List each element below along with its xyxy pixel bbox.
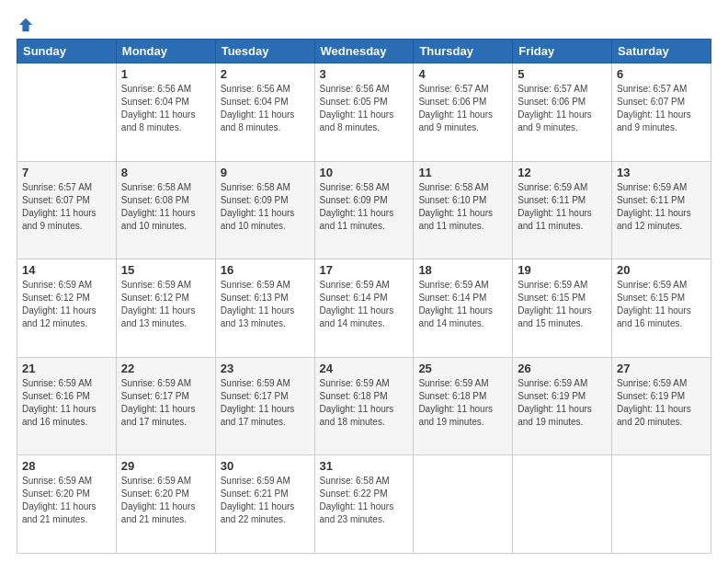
week-row-2: 14Sunrise: 6:59 AM Sunset: 6:12 PM Dayli…: [17, 259, 711, 358]
calendar-cell: [17, 63, 117, 162]
day-info: Sunrise: 6:59 AM Sunset: 6:17 PM Dayligh…: [221, 377, 310, 429]
day-info: Sunrise: 6:59 AM Sunset: 6:19 PM Dayligh…: [617, 377, 706, 429]
calendar-cell: 28Sunrise: 6:59 AM Sunset: 6:20 PM Dayli…: [17, 455, 117, 554]
day-info: Sunrise: 6:59 AM Sunset: 6:18 PM Dayligh…: [320, 377, 409, 429]
day-info: Sunrise: 6:58 AM Sunset: 6:22 PM Dayligh…: [320, 475, 409, 526]
col-header-monday: Monday: [116, 40, 215, 63]
calendar-cell: 24Sunrise: 6:59 AM Sunset: 6:18 PM Dayli…: [314, 357, 414, 455]
calendar-cell: 14Sunrise: 6:59 AM Sunset: 6:12 PM Dayli…: [17, 259, 117, 358]
day-info: Sunrise: 6:58 AM Sunset: 6:10 PM Dayligh…: [418, 181, 507, 233]
calendar-cell: 5Sunrise: 6:57 AM Sunset: 6:06 PM Daylig…: [513, 63, 612, 162]
day-info: Sunrise: 6:59 AM Sunset: 6:14 PM Dayligh…: [320, 279, 409, 330]
day-info: Sunrise: 6:59 AM Sunset: 6:17 PM Dayligh…: [121, 377, 210, 429]
day-info: Sunrise: 6:56 AM Sunset: 6:05 PM Dayligh…: [320, 83, 409, 134]
day-info: Sunrise: 6:59 AM Sunset: 6:14 PM Dayligh…: [418, 279, 507, 330]
day-number: 23: [221, 362, 310, 375]
day-info: Sunrise: 6:59 AM Sunset: 6:18 PM Dayligh…: [418, 377, 507, 429]
calendar-cell: 15Sunrise: 6:59 AM Sunset: 6:12 PM Dayli…: [116, 259, 215, 358]
calendar-cell: 27Sunrise: 6:59 AM Sunset: 6:19 PM Dayli…: [612, 357, 711, 455]
day-info: Sunrise: 6:58 AM Sunset: 6:08 PM Dayligh…: [121, 181, 210, 233]
day-info: Sunrise: 6:59 AM Sunset: 6:15 PM Dayligh…: [518, 279, 607, 330]
day-number: 9: [221, 166, 310, 179]
day-number: 11: [418, 166, 507, 179]
day-number: 28: [22, 459, 111, 473]
day-number: 19: [518, 263, 607, 277]
day-number: 7: [22, 166, 111, 179]
calendar-cell: [414, 455, 513, 554]
day-info: Sunrise: 6:59 AM Sunset: 6:20 PM Dayligh…: [121, 475, 210, 526]
logo-icon: [17, 17, 34, 33]
col-header-tuesday: Tuesday: [215, 40, 314, 63]
day-number: 17: [320, 263, 409, 277]
day-info: Sunrise: 6:59 AM Sunset: 6:13 PM Dayligh…: [221, 279, 310, 330]
day-number: 24: [320, 362, 409, 375]
calendar-cell: 7Sunrise: 6:57 AM Sunset: 6:07 PM Daylig…: [17, 161, 117, 259]
week-row-4: 28Sunrise: 6:59 AM Sunset: 6:20 PM Dayli…: [17, 455, 711, 554]
calendar-cell: 20Sunrise: 6:59 AM Sunset: 6:15 PM Dayli…: [612, 259, 711, 358]
day-number: 20: [617, 263, 706, 277]
day-number: 12: [518, 166, 607, 179]
day-info: Sunrise: 6:59 AM Sunset: 6:12 PM Dayligh…: [121, 279, 210, 330]
day-number: 13: [617, 166, 706, 179]
col-header-sunday: Sunday: [17, 40, 117, 63]
calendar-cell: 23Sunrise: 6:59 AM Sunset: 6:17 PM Dayli…: [215, 357, 314, 455]
calendar-cell: 17Sunrise: 6:59 AM Sunset: 6:14 PM Dayli…: [314, 259, 414, 358]
calendar-cell: 25Sunrise: 6:59 AM Sunset: 6:18 PM Dayli…: [414, 357, 513, 455]
day-number: 14: [22, 263, 111, 277]
day-number: 30: [221, 459, 310, 473]
day-number: 25: [418, 362, 507, 375]
calendar-cell: 19Sunrise: 6:59 AM Sunset: 6:15 PM Dayli…: [513, 259, 612, 358]
day-info: Sunrise: 6:57 AM Sunset: 6:07 PM Dayligh…: [22, 181, 111, 233]
day-number: 15: [121, 263, 210, 277]
day-number: 26: [518, 362, 607, 375]
calendar-cell: 16Sunrise: 6:59 AM Sunset: 6:13 PM Dayli…: [215, 259, 314, 358]
day-info: Sunrise: 6:59 AM Sunset: 6:16 PM Dayligh…: [22, 377, 111, 429]
day-number: 6: [617, 67, 706, 81]
calendar-cell: [612, 455, 711, 554]
col-header-friday: Friday: [513, 40, 612, 63]
calendar-cell: 1Sunrise: 6:56 AM Sunset: 6:04 PM Daylig…: [116, 63, 215, 162]
page: SundayMondayTuesdayWednesdayThursdayFrid…: [0, 0, 728, 563]
day-info: Sunrise: 6:59 AM Sunset: 6:21 PM Dayligh…: [221, 475, 310, 526]
day-info: Sunrise: 6:58 AM Sunset: 6:09 PM Dayligh…: [320, 181, 409, 233]
calendar-cell: 8Sunrise: 6:58 AM Sunset: 6:08 PM Daylig…: [116, 161, 215, 259]
calendar-cell: 3Sunrise: 6:56 AM Sunset: 6:05 PM Daylig…: [314, 63, 414, 162]
day-info: Sunrise: 6:57 AM Sunset: 6:06 PM Dayligh…: [518, 83, 607, 134]
day-number: 22: [121, 362, 210, 375]
calendar-cell: 30Sunrise: 6:59 AM Sunset: 6:21 PM Dayli…: [215, 455, 314, 554]
day-info: Sunrise: 6:59 AM Sunset: 6:11 PM Dayligh…: [518, 181, 607, 233]
calendar-cell: 29Sunrise: 6:59 AM Sunset: 6:20 PM Dayli…: [116, 455, 215, 554]
day-number: 8: [121, 166, 210, 179]
col-header-thursday: Thursday: [414, 40, 513, 63]
day-info: Sunrise: 6:59 AM Sunset: 6:15 PM Dayligh…: [617, 279, 706, 330]
calendar-table: SundayMondayTuesdayWednesdayThursdayFrid…: [17, 39, 711, 554]
header: [17, 17, 711, 29]
day-number: 18: [418, 263, 507, 277]
week-row-1: 7Sunrise: 6:57 AM Sunset: 6:07 PM Daylig…: [17, 161, 711, 259]
day-info: Sunrise: 6:59 AM Sunset: 6:12 PM Dayligh…: [22, 279, 111, 330]
day-number: 5: [518, 67, 607, 81]
calendar-cell: 6Sunrise: 6:57 AM Sunset: 6:07 PM Daylig…: [612, 63, 711, 162]
week-row-3: 21Sunrise: 6:59 AM Sunset: 6:16 PM Dayli…: [17, 357, 711, 455]
day-number: 16: [221, 263, 310, 277]
calendar-cell: 2Sunrise: 6:56 AM Sunset: 6:04 PM Daylig…: [215, 63, 314, 162]
day-number: 31: [320, 459, 409, 473]
day-info: Sunrise: 6:57 AM Sunset: 6:07 PM Dayligh…: [617, 83, 706, 134]
header-row: SundayMondayTuesdayWednesdayThursdayFrid…: [17, 40, 711, 63]
calendar-cell: 22Sunrise: 6:59 AM Sunset: 6:17 PM Dayli…: [116, 357, 215, 455]
day-info: Sunrise: 6:56 AM Sunset: 6:04 PM Dayligh…: [121, 83, 210, 134]
calendar-cell: 4Sunrise: 6:57 AM Sunset: 6:06 PM Daylig…: [414, 63, 513, 162]
day-info: Sunrise: 6:58 AM Sunset: 6:09 PM Dayligh…: [221, 181, 310, 233]
day-number: 27: [617, 362, 706, 375]
calendar-cell: 31Sunrise: 6:58 AM Sunset: 6:22 PM Dayli…: [314, 455, 414, 554]
calendar-cell: 26Sunrise: 6:59 AM Sunset: 6:19 PM Dayli…: [513, 357, 612, 455]
calendar-cell: 18Sunrise: 6:59 AM Sunset: 6:14 PM Dayli…: [414, 259, 513, 358]
day-number: 1: [121, 67, 210, 81]
calendar-cell: 13Sunrise: 6:59 AM Sunset: 6:11 PM Dayli…: [612, 161, 711, 259]
calendar-cell: 12Sunrise: 6:59 AM Sunset: 6:11 PM Dayli…: [513, 161, 612, 259]
week-row-0: 1Sunrise: 6:56 AM Sunset: 6:04 PM Daylig…: [17, 63, 711, 162]
svg-marker-0: [19, 18, 32, 31]
calendar-cell: [513, 455, 612, 554]
day-info: Sunrise: 6:56 AM Sunset: 6:04 PM Dayligh…: [221, 83, 310, 134]
day-info: Sunrise: 6:59 AM Sunset: 6:11 PM Dayligh…: [617, 181, 706, 233]
